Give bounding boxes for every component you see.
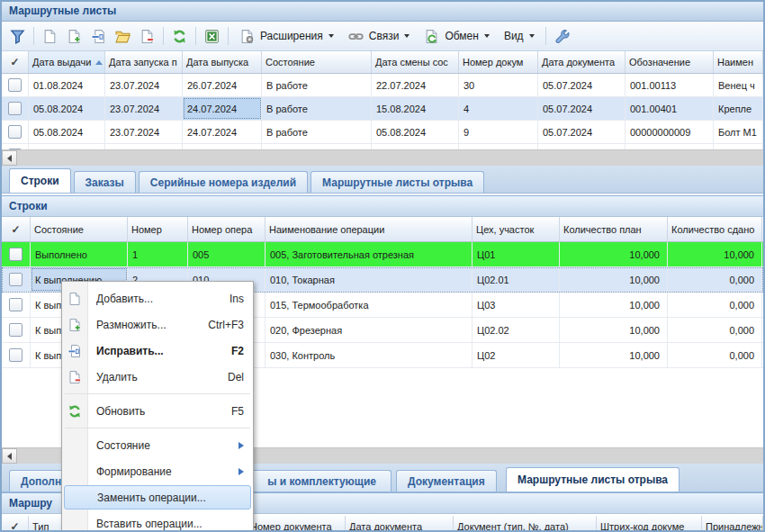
menu-item-state[interactable]: Состояние xyxy=(62,432,253,458)
menu-item-insert-operations[interactable]: Вставить операции... xyxy=(62,510,253,532)
column-header-operation-number[interactable]: Номер опера xyxy=(188,217,266,241)
main-toolbar: Расширения Связи Обмен Вид xyxy=(2,22,763,51)
settings-button[interactable] xyxy=(551,25,573,48)
tab-serial-numbers[interactable]: Серийные номера изделий xyxy=(139,171,308,193)
duplicate-document-icon xyxy=(67,29,82,44)
menu-item-duplicate[interactable]: Размножить... Ctrl+F3 xyxy=(62,311,253,338)
exchange-menu-button[interactable]: Обмен xyxy=(418,25,496,48)
refresh-button[interactable] xyxy=(168,25,191,48)
links-menu-button[interactable]: Связи xyxy=(342,25,417,48)
column-header-designation[interactable]: Обозначение xyxy=(626,51,714,73)
menu-item-add[interactable]: Добавить... Ins xyxy=(62,285,253,311)
column-header-state[interactable]: Состояние xyxy=(31,217,128,241)
view-menu-label: Вид xyxy=(504,30,524,42)
open-button[interactable] xyxy=(112,25,134,48)
wrench-icon xyxy=(554,29,570,44)
menu-item-edit[interactable]: Исправить... F2 xyxy=(62,338,253,364)
column-header-doc-date[interactable]: Дата документа xyxy=(538,51,626,73)
edit-document-icon xyxy=(91,29,106,44)
column-header-issue-date[interactable]: Дата выдачи xyxy=(29,51,105,73)
row-checkbox-cell[interactable] xyxy=(2,318,31,342)
row-checkbox[interactable] xyxy=(8,125,22,139)
scroll-left-button[interactable] xyxy=(2,150,17,166)
tab-tear-off-route-sheets-bottom[interactable]: Маршрутные листы отрыва xyxy=(506,467,680,491)
tab-stroki[interactable]: Строки xyxy=(9,168,71,193)
column-header-state[interactable]: Состояние xyxy=(262,51,372,73)
menu-item-replace-operations[interactable]: Заменить операции... xyxy=(64,485,251,509)
column-header-doc-number[interactable]: Номер докум xyxy=(459,51,538,73)
shortcut-label: Ctrl+F3 xyxy=(208,319,244,331)
delete-button[interactable] xyxy=(136,25,158,48)
strings-panel-header: Строки xyxy=(2,195,763,217)
menu-item-refresh[interactable]: Обновить F5 xyxy=(62,398,253,424)
column-header-name[interactable]: Наимен xyxy=(714,51,763,73)
column-header-number[interactable]: Номер xyxy=(128,217,188,241)
column-header-release-date[interactable]: Дата выпуска xyxy=(183,51,262,73)
tab-zakazy[interactable]: Заказы xyxy=(74,171,136,193)
filter-button[interactable] xyxy=(6,25,29,48)
row-checkbox[interactable] xyxy=(8,78,22,92)
row-checkbox-cell[interactable] xyxy=(2,97,29,120)
select-all-column-header[interactable]: ✓ xyxy=(2,516,29,532)
bottom-panel-title: Маршру xyxy=(9,497,52,509)
extensions-menu-label: Расширения xyxy=(260,30,323,42)
column-header-doc-number[interactable]: Номер документа xyxy=(247,516,346,532)
scroll-left-button[interactable] xyxy=(2,448,17,464)
row-checkbox[interactable] xyxy=(9,273,22,286)
column-header-barcode[interactable]: Штрих-код докуме xyxy=(597,516,702,532)
column-header-qty-plan[interactable]: Количество план xyxy=(560,217,668,241)
column-header-qty-done[interactable]: Количество сдано xyxy=(668,217,762,241)
excel-export-button[interactable] xyxy=(201,25,223,48)
column-header-launch-date[interactable]: Дата запуска п xyxy=(105,51,183,73)
row-checkbox-cell[interactable] xyxy=(2,242,31,266)
toolbar-separator xyxy=(163,27,164,45)
tab-documentation[interactable]: Документация xyxy=(396,470,497,491)
links-menu-label: Связи xyxy=(369,30,400,42)
select-all-column-header[interactable]: ✓ xyxy=(2,51,29,73)
row-checkbox[interactable] xyxy=(9,348,22,362)
row-checkbox[interactable] xyxy=(9,323,22,337)
horizontal-scrollbar[interactable] xyxy=(2,149,763,166)
window-titlebar: Маршрутные листы xyxy=(2,2,763,22)
menu-item-forming[interactable]: Формирование xyxy=(62,458,253,484)
column-header-workshop[interactable]: Цех, участок xyxy=(472,217,560,241)
edit-document-icon xyxy=(67,343,83,359)
row-checkbox-cell[interactable] xyxy=(2,74,29,96)
row-checkbox-cell[interactable] xyxy=(2,343,31,367)
scroll-left-icon xyxy=(7,453,12,460)
column-header-state-change-date[interactable]: Дата смены сос xyxy=(372,51,459,73)
row-checkbox-cell[interactable] xyxy=(2,293,31,317)
toolbar-separator xyxy=(228,27,229,45)
row-checkbox[interactable] xyxy=(9,298,22,311)
extensions-icon xyxy=(239,29,255,44)
row-checkbox-cell[interactable] xyxy=(2,121,29,143)
strings-panel-title: Строки xyxy=(9,200,48,212)
edit-button[interactable] xyxy=(87,25,110,48)
delete-document-icon xyxy=(140,29,155,44)
column-header-operation-name[interactable]: Наименование операции xyxy=(266,217,472,241)
table-row[interactable]: 05.08.2024 23.07.2024 24.07.2024 В работ… xyxy=(2,121,763,144)
page-title: Маршрутные листы xyxy=(9,5,116,17)
row-checkbox[interactable] xyxy=(8,102,22,115)
focused-cell[interactable]: 24.07.2024 xyxy=(183,97,262,120)
view-menu-button[interactable]: Вид xyxy=(498,25,541,48)
table-row-done[interactable]: Выполнено 1 005 005, Заготовительная отр… xyxy=(2,242,763,267)
tab-tear-off-route-sheets[interactable]: Маршрутные листы отрыва xyxy=(310,171,484,193)
submenu-arrow-icon xyxy=(238,442,244,449)
duplicate-document-icon xyxy=(67,317,83,333)
add-button[interactable] xyxy=(39,25,61,48)
menu-item-delete[interactable]: Удалить Del xyxy=(62,364,253,390)
route-sheets-window: Маршрутные листы Расширения Связи Обмен xyxy=(0,0,765,532)
select-all-column-header[interactable]: ✓ xyxy=(2,217,31,241)
table-row[interactable]: 01.08.2024 23.07.2024 26.07.2024 В работ… xyxy=(2,74,763,97)
row-checkbox[interactable] xyxy=(9,248,22,261)
toolbar-separator xyxy=(195,27,196,45)
toolbar-separator xyxy=(33,27,34,45)
extensions-menu-button[interactable]: Расширения xyxy=(233,25,340,48)
duplicate-button[interactable] xyxy=(63,25,86,48)
row-checkbox-cell[interactable] xyxy=(2,267,31,292)
column-header-belonging[interactable]: Принадлежн xyxy=(702,516,763,532)
table-row-selected[interactable]: 05.08.2024 23.07.2024 24.07.2024 В работ… xyxy=(2,97,763,121)
column-header-doc-type-no-date[interactable]: Документ (тип, №, дата) xyxy=(454,516,597,532)
column-header-doc-date[interactable]: Дата документа xyxy=(346,516,454,532)
